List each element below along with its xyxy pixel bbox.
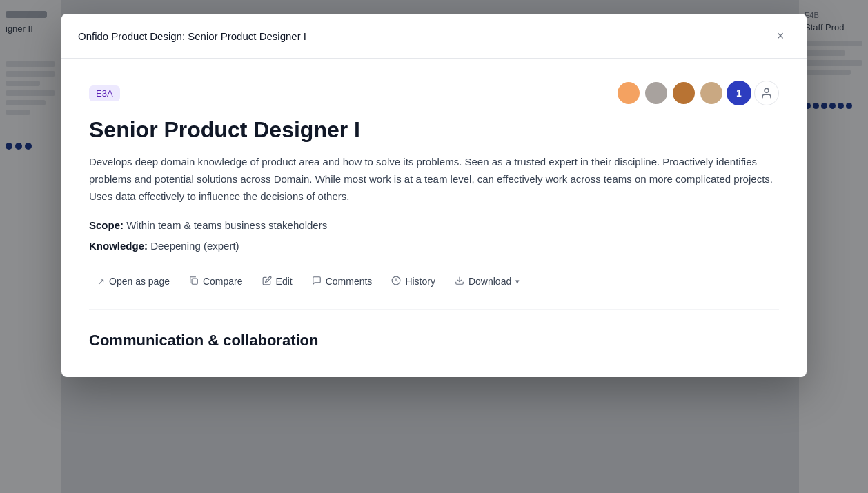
compare-button[interactable]: Compare <box>181 271 251 292</box>
compare-label: Compare <box>203 276 243 287</box>
modal-title: Onfido Product Design: Senior Product De… <box>78 30 306 42</box>
compare-icon <box>189 276 199 288</box>
scope-label: Scope: <box>89 219 124 231</box>
section-heading: Communication & collaboration <box>89 332 779 350</box>
close-button[interactable]: × <box>771 26 790 46</box>
modal-overlay: Onfido Product Design: Senior Product De… <box>0 0 868 493</box>
history-button[interactable]: History <box>383 271 444 292</box>
open-as-page-button[interactable]: ↗ Open as page <box>89 271 178 292</box>
comments-label: Comments <box>326 276 373 287</box>
download-button[interactable]: Download ▾ <box>446 271 528 292</box>
modal: Onfido Product Design: Senior Product De… <box>61 14 807 377</box>
download-chevron-icon: ▾ <box>515 277 520 286</box>
avatar-3 <box>671 81 696 105</box>
avatar-count-badge: 1 <box>727 81 751 105</box>
role-title: Senior Product Designer I <box>89 117 779 143</box>
scope-item: Scope: Within team & teams business stak… <box>89 218 779 234</box>
avatar-2 <box>644 81 669 105</box>
edit-label: Edit <box>276 276 293 287</box>
modal-header: Onfido Product Design: Senior Product De… <box>61 14 807 59</box>
comments-icon <box>312 276 322 288</box>
actions-toolbar: ↗ Open as page Compare Edit <box>89 271 779 310</box>
history-icon <box>391 276 401 288</box>
role-description: Develops deep domain knowledge of produc… <box>89 154 779 205</box>
avatar-4 <box>699 81 724 105</box>
edit-icon <box>262 276 272 288</box>
history-label: History <box>405 276 435 287</box>
download-icon <box>455 276 464 288</box>
comments-button[interactable]: Comments <box>304 271 381 292</box>
svg-point-0 <box>765 88 769 92</box>
meta-row: E3A 1 <box>89 81 779 105</box>
knowledge-label: Knowledge: <box>89 240 148 252</box>
alert-icon[interactable] <box>754 81 779 105</box>
open-as-page-label: Open as page <box>109 276 170 287</box>
modal-body: E3A 1 <box>61 59 807 377</box>
knowledge-item: Knowledge: Deepening (expert) <box>89 239 779 254</box>
open-as-page-icon: ↗ <box>97 276 105 287</box>
edit-button[interactable]: Edit <box>254 271 301 292</box>
svg-rect-2 <box>192 279 197 284</box>
avatars-row: 1 <box>616 81 779 105</box>
avatar-1 <box>616 81 641 105</box>
download-label: Download <box>468 276 511 287</box>
level-badge: E3A <box>89 85 120 101</box>
